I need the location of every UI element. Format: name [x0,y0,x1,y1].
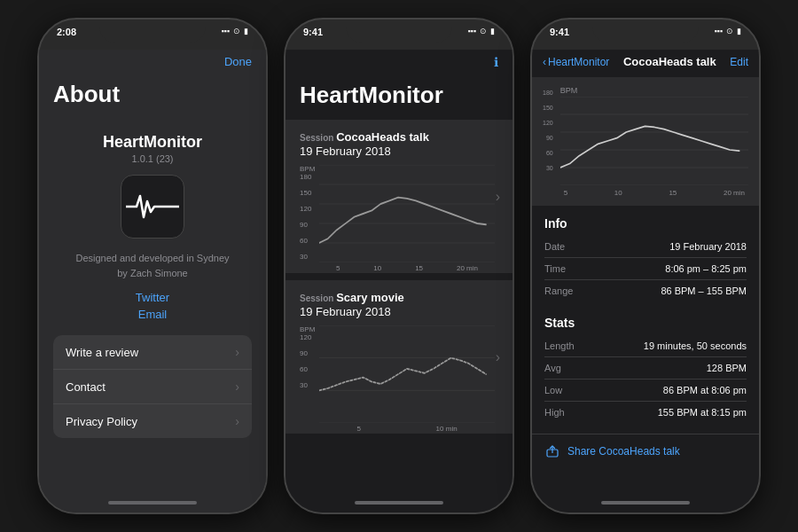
stats-key-low: Low [544,385,562,395]
info-row-date: Date 19 February 2018 [544,236,747,258]
menu-item-contact[interactable]: Contact › [53,370,252,404]
back-button[interactable]: ‹ HeartMonitor [543,56,609,68]
chart-svg-2 [319,325,495,423]
phone-about: 2:08 ▪▪▪ ⊙ ▮ Done About HeartMonitor 1.0… [37,18,268,514]
stats-val-length: 19 minutes, 50 seconds [644,340,747,351]
back-label: HeartMonitor [548,56,609,68]
session-date-1: 19 February 2018 [300,145,498,158]
session-chart-1: BPM180150120906030 5101520 min [300,165,498,262]
phone-detail: 9:41 ▪▪▪ ⊙ ▮ ‹ HeartMonitor CocoaHeads t… [530,18,761,514]
edit-button[interactable]: Edit [730,56,748,68]
status-time-3: 9:41 [550,27,569,37]
info-section: Info Date 19 February 2018 Time 8:06 pm … [532,209,759,309]
email-link[interactable]: Email [138,308,168,321]
session-chevron-1: › [496,189,500,205]
status-icons-1: ▪▪▪ ⊙ ▮ [221,27,248,35]
home-indicator-1 [39,493,266,512]
wifi-icon: ⊙ [233,27,240,35]
heartbeat-icon [126,192,179,221]
session-chevron-2: › [496,349,500,365]
chevron-icon: › [235,414,239,428]
twitter-link[interactable]: Twitter [136,291,169,304]
stats-row-low: Low 86 BPM at 8:06 pm [544,379,747,402]
sessions-screen: ℹ HeartMonitor Session CocoaHeads talk 1… [286,50,512,493]
app-version: 1.0.1 (23) [131,153,173,164]
detail-chart-xaxis: 5 10 15 20 min [560,189,748,197]
signal-icon: ▪▪▪ [221,27,230,35]
detail-chart-svg [560,97,748,185]
phone-sessions: 9:41 ▪▪▪ ⊙ ▮ ℹ HeartMonitor Session Coco… [284,18,514,514]
info-icon[interactable]: ℹ [494,55,498,69]
x-label-20: 20 min [724,189,745,197]
share-icon [544,443,560,459]
signal-icon: ▪▪▪ [467,27,476,35]
about-screen: Done About HeartMonitor 1.0.1 (23) Desig… [39,50,266,493]
menu-item-contact-label: Contact [66,380,106,394]
about-nav: Done [39,50,266,74]
battery-icon: ▮ [244,27,248,35]
detail-nav: ‹ HeartMonitor CocoaHeads talk Edit [532,50,759,74]
signal-icon: ▪▪▪ [714,27,723,35]
stats-row-length: Length 19 minutes, 50 seconds [544,335,747,357]
session-name-1: CocoaHeads talk [336,130,429,144]
stats-key-avg: Avg [544,363,561,373]
menu-item-privacy[interactable]: Privacy Policy › [53,404,252,438]
about-menu: Write a review › Contact › Privacy Polic… [53,335,252,438]
info-val-date: 19 February 2018 [669,241,747,252]
chevron-icon: › [235,345,239,359]
home-bar [108,501,197,505]
sessions-title: HeartMonitor [286,74,512,120]
stats-val-avg: 128 BPM [707,363,747,373]
stats-key-high: High [544,407,565,418]
session-date-2: 19 February 2018 [300,305,498,318]
stats-section-title: Stats [544,316,747,330]
home-indicator-3 [532,493,759,512]
status-bar-2: 9:41 ▪▪▪ ⊙ ▮ [286,20,512,50]
menu-item-review[interactable]: Write a review › [53,335,252,370]
x-label-5: 5 [564,189,567,197]
about-desc: Designed and developed in Sydneyby Zach … [75,251,229,280]
session-card-2[interactable]: Session Scary movie 19 February 2018 BPM… [286,280,512,434]
info-row-time: Time 8:06 pm – 8:25 pm [544,258,747,280]
detail-title: CocoaHeads talk [623,55,716,68]
bpm-ylabel: BPM180150120906030 [300,165,315,261]
x-label-15: 15 [669,189,677,197]
info-key-time: Time [544,263,566,274]
share-button[interactable]: Share CocoaHeads talk [532,434,759,468]
status-bar-3: 9:41 ▪▪▪ ⊙ ▮ [532,20,759,50]
about-content: HeartMonitor 1.0.1 (23) Designed and dev… [39,119,266,493]
menu-item-privacy-label: Privacy Policy [66,415,137,428]
session-name-2: Scary movie [336,291,404,304]
detail-screen: ‹ HeartMonitor CocoaHeads talk Edit 180 … [532,50,759,493]
wifi-icon: ⊙ [726,27,733,35]
chart-svg-1 [319,165,495,262]
x-label-10: 10 [614,189,622,197]
info-key-date: Date [544,241,565,252]
stats-val-high: 155 BPM at 8:15 pm [658,407,747,418]
battery-icon: ▮ [737,27,741,35]
sessions-nav: ℹ [286,50,512,74]
chevron-icon: › [235,379,239,394]
battery-icon: ▮ [490,27,495,35]
app-name: HeartMonitor [103,133,202,152]
status-icons-2: ▪▪▪ ⊙ ▮ [467,27,495,35]
stats-row-avg: Avg 128 BPM [544,357,747,379]
stats-val-low: 86 BPM at 8:06 pm [663,385,747,395]
about-title: About [39,74,266,119]
session-label-1: Session CocoaHeads talk [300,130,498,144]
session-chart-2: BPM120906030 510 min [300,325,498,423]
home-bar [601,501,690,505]
status-bar-1: 2:08 ▪▪▪ ⊙ ▮ [39,20,266,50]
stats-key-length: Length [544,340,575,351]
stats-row-high: High 155 BPM at 8:15 pm [544,402,747,423]
home-indicator-2 [286,493,512,512]
info-val-time: 8:06 pm – 8:25 pm [665,263,747,274]
stats-section: Stats Length 19 minutes, 50 seconds Avg … [532,309,759,430]
session-card-1[interactable]: Session CocoaHeads talk 19 February 2018… [286,120,512,273]
back-chevron-icon: ‹ [543,56,546,68]
bpm-ylabel-2: BPM120906030 [300,325,315,389]
detail-bpm-label: BPM [560,86,748,95]
info-row-range: Range 86 BPM – 155 BPM [544,280,747,301]
done-button[interactable]: Done [224,55,252,68]
wifi-icon: ⊙ [480,27,487,35]
